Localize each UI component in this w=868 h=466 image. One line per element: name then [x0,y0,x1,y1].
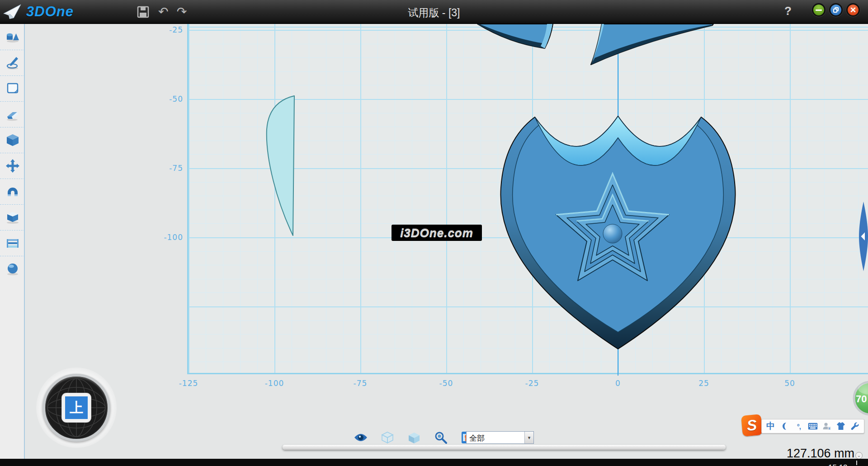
sidebar-item-align[interactable] [0,230,25,256]
title-bar: 3DOne ↶ ↷ 试用版 - [3] ? ✕ [0,0,868,24]
ime-settings-button[interactable] [849,420,861,432]
ime-punctuation-button[interactable]: °, [793,420,805,432]
app-name: 3DOne [26,4,74,20]
x-axis-label: 50 [772,379,808,388]
undo-button[interactable]: ↶ [158,6,169,18]
restore-icon [833,7,839,13]
shirt-icon [836,422,845,431]
3done-app-window: -25 -50 -75 -100 -125 -100 -75 -50 -25 0… [0,0,868,466]
close-button[interactable]: ✕ [846,3,860,17]
view-cube-face-label: 上 [65,396,88,419]
sidebar-item-sketch-edit[interactable] [0,101,25,127]
cube-icon [5,133,20,147]
x-axis-label: -25 [514,379,550,388]
grid-plane [187,24,868,374]
y-axis-label: -75 [149,164,183,173]
redo-button[interactable]: ↷ [177,6,187,18]
magnet-icon [5,184,20,199]
eye-icon [354,433,368,442]
move-arrows-icon [5,159,20,173]
sidebar-item-sketch[interactable] [0,50,25,75]
x-axis-label: -100 [256,379,292,388]
y-axis-zero-line [618,24,618,376]
moon-icon [780,422,789,431]
combine-solids-icon [5,210,20,225]
watermark: i3DOne.com [392,225,482,241]
window-title: 试用版 - [3] [366,6,502,20]
basic-solids-icon [5,30,20,44]
wireframe-view-button[interactable] [380,430,395,445]
ime-fullhalf-moon-button[interactable] [779,420,791,432]
align-bars-icon [5,236,20,250]
show-desktop-divider[interactable] [856,461,857,465]
material-sphere-icon [5,262,20,276]
minimize-button[interactable] [812,3,826,17]
svg-text:s: s [829,427,830,430]
sidebar-item-move[interactable] [0,153,25,179]
x-axis-label: 25 [686,379,722,388]
y-axis-label: -25 [149,25,183,34]
sogou-s-icon: S [746,416,757,434]
minus-icon [816,9,822,11]
x-axis-label: 0 [600,379,636,388]
help-button[interactable]: ? [784,4,792,18]
sidebar-item-surface[interactable] [0,75,25,101]
display-filter-select[interactable]: 全部 ▾ [466,431,534,444]
ime-toolbar: 中 °, [761,419,864,433]
display-filter-value: 全部 [467,432,524,443]
zoom-tool-button[interactable] [434,430,448,445]
sketch-pencil-icon [5,56,20,70]
magnifier-icon [434,431,447,444]
x-axis-label: -75 [342,379,378,388]
restore-button[interactable] [829,3,843,17]
display-dock-bar [283,445,726,450]
sidebar-item-feature[interactable] [0,127,25,153]
ime-skin-button[interactable] [835,420,847,432]
tool-sidebar [0,24,25,459]
eraser-icon [5,107,20,122]
taskbar-clock: 15:12 [828,463,848,466]
x-axis-label: -50 [428,379,464,388]
sidebar-item-combine[interactable] [0,204,25,230]
sidebar-item-basic-solids[interactable] [0,24,25,50]
app-logo: 3DOne [3,3,74,21]
user-icon: s [822,422,831,431]
x-axis-label: -125 [170,379,207,388]
y-axis-label: -100 [149,233,183,242]
sidebar-item-assembly[interactable] [0,179,25,204]
surface-sheet-icon [5,81,20,96]
view-cube-face[interactable]: 上 [62,393,91,422]
ime-language-mode-button[interactable]: 中 [765,420,777,432]
ime-logo[interactable]: S [741,414,763,437]
os-taskbar[interactable]: 15:12 [0,459,868,466]
svg-text:70: 70 [856,393,867,405]
view-cube[interactable]: 上 [42,374,110,442]
chevron-down-icon[interactable]: ▾ [524,432,533,443]
keyboard-icon [808,423,818,430]
measurement-dropdown-button[interactable]: ⌄ [855,452,863,459]
save-button[interactable] [136,5,150,19]
wireframe-cube-icon [381,431,394,444]
paper-plane-icon [3,3,23,21]
solid-cube-icon [408,431,420,444]
ime-keyboard-button[interactable] [807,420,819,432]
ime-account-button[interactable]: s [821,420,833,432]
sidebar-item-material[interactable] [0,256,25,282]
close-icon: ✕ [850,6,856,14]
visibility-button[interactable] [354,430,368,445]
shaded-view-button[interactable] [407,430,421,445]
y-axis-label: -50 [149,94,183,104]
wrench-icon [850,422,859,431]
